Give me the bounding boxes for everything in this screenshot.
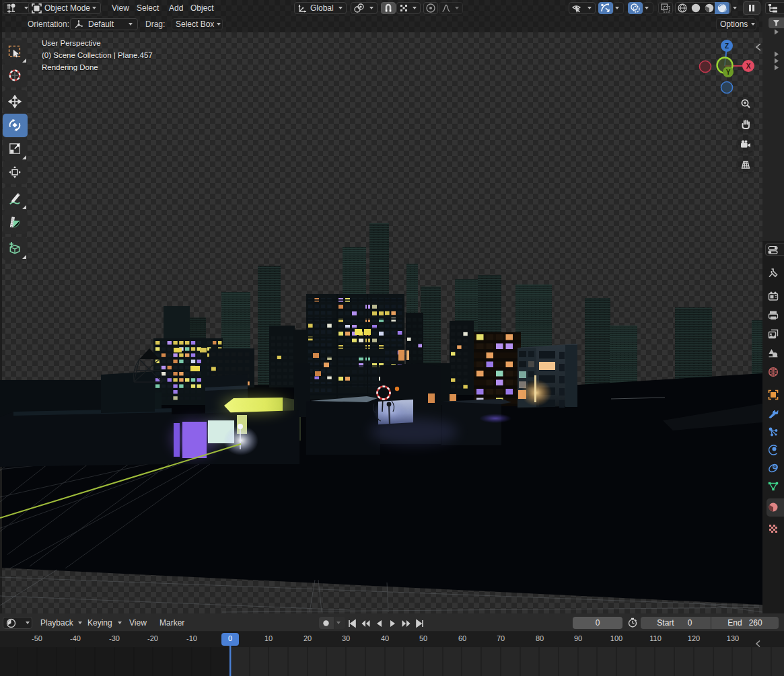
svg-text:Y: Y	[726, 69, 731, 76]
svg-text:Z: Z	[725, 42, 729, 50]
svg-text:X: X	[746, 63, 751, 70]
